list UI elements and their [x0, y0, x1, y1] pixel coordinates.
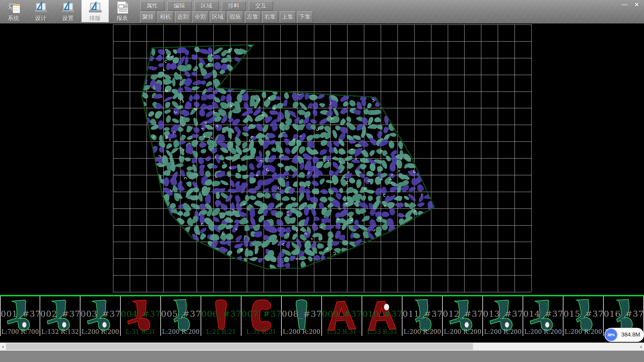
piece-thumbnail-strip: 001_#37 L:700 R:700 002_#37 L:132 R:132 …	[0, 296, 644, 337]
piece-lr-label: L:31 R:31	[241, 328, 281, 335]
piece-lr-label: L:31 R:31	[121, 328, 160, 335]
piece-thumbnail-8[interactable]: 008_#37 L:200 R:200	[282, 296, 322, 336]
piece-lr-label: L:200 R:200	[161, 328, 201, 335]
progress-size-label: 384.8M	[621, 331, 640, 338]
piece-lr-label: L:200 R:200	[564, 328, 603, 335]
big-button-label: 排版	[90, 14, 101, 22]
piece-id-label: 004_#37	[121, 309, 160, 319]
settings-ruler-icon	[60, 1, 76, 14]
bottom-status-strip	[0, 351, 644, 362]
big-button-5[interactable]: 报表	[109, 0, 136, 22]
piece-lr-label: L:200 R:200	[483, 328, 523, 335]
action-button-5[interactable]: 区域	[210, 11, 226, 23]
big-button-4[interactable]: 排版	[82, 0, 109, 22]
piece-hole	[22, 322, 26, 327]
scroll-left-button[interactable]: ‹	[0, 343, 6, 351]
action-button-7[interactable]: 左靠	[245, 11, 261, 23]
big-button-2[interactable]: 设计	[27, 0, 54, 22]
piece-id-label: 006_#37	[201, 309, 241, 319]
design-ruler-icon	[33, 1, 49, 14]
action-button-6[interactable]: 瑕疵	[227, 11, 243, 23]
piece-thumbnail-2[interactable]: 002_#37 L:132 R:132	[40, 296, 80, 336]
piece-lr-label: L:200 R:200	[80, 328, 120, 335]
piece-hole	[505, 322, 509, 327]
piece-id-label: 001_#37	[1, 309, 40, 319]
menu-tab-1[interactable]: 属性	[140, 1, 164, 11]
piece-thumbnail-5[interactable]: 005_#37 L:200 R:200	[161, 296, 201, 336]
menu-tab-2[interactable]: 编辑	[167, 1, 192, 11]
piece-lr-label: L:200 R:200	[282, 328, 321, 335]
piece-thumbnail-10[interactable]: 010_#37 L:33 R:33	[362, 296, 402, 336]
piece-id-label: 012_#37	[443, 309, 482, 319]
piece-id-label: 010_#37	[362, 309, 402, 319]
big-button-label: 报表	[117, 14, 128, 22]
scroll-right-button[interactable]: ›	[638, 343, 644, 351]
big-button-label: 设计	[35, 14, 47, 22]
minimize-button[interactable]: —	[620, 1, 629, 9]
piece-thumbnail-4[interactable]: 004_#37 L:31 R:31	[121, 296, 161, 336]
piece-thumbnail-15[interactable]: 015_#37 L:200 R:200	[564, 296, 604, 336]
download-status-badge[interactable]: 38% 384.8M	[604, 328, 644, 342]
piece-hole	[103, 322, 106, 327]
piece-id-label: 003_#37	[80, 309, 120, 319]
window-controls: — ✕	[620, 1, 641, 9]
piece-hole	[465, 322, 469, 327]
piece-thumbnail-3[interactable]: 003_#37 L:200 R:200	[80, 296, 121, 336]
big-button-label: 系统	[8, 14, 19, 22]
main-toolbar: 系统 设计 设置 排版 报表 属性编辑区域排料交互 聚排相机选割全割区域瑕疵左靠…	[0, 0, 644, 23]
action-button-1[interactable]: 聚排	[140, 11, 156, 23]
piece-lr-label: L:200 R:200	[402, 328, 442, 335]
action-button-4[interactable]: 全割	[193, 11, 208, 23]
piece-lr-label: L:200 R:200	[523, 328, 563, 335]
piece-id-label: 014_#37	[523, 309, 563, 319]
big-button-1[interactable]: 系统	[0, 0, 27, 22]
piece-id-label: 013_#37	[483, 309, 523, 319]
report-doc-icon	[115, 1, 130, 14]
piece-hole	[62, 322, 66, 327]
piece-thumbnail-9[interactable]: 009_#37 L:32 R:31	[322, 296, 362, 336]
piece-id-label: 007_#37	[241, 309, 281, 319]
piece-thumbnail-1[interactable]: 001_#37 L:700 R:700	[0, 296, 40, 336]
menu-tab-bar: 属性编辑区域排料交互	[140, 1, 273, 11]
piece-id-label: 016_#37	[604, 309, 643, 319]
action-button-10[interactable]: 下靠	[297, 11, 313, 23]
piece-thumbnail-14[interactable]: 014_#37 L:200 R:200	[523, 296, 564, 336]
action-button-3[interactable]: 选割	[175, 11, 191, 23]
progress-circle[interactable]: 38%	[605, 328, 618, 341]
piece-lr-label: L:132 R:132	[40, 328, 80, 335]
piece-lr-label: L:200 R:200	[443, 328, 482, 335]
piece-thumbnail-12[interactable]: 012_#37 L:200 R:200	[443, 296, 483, 336]
scrollbar-thumb[interactable]	[6, 343, 473, 350]
piece-id-label: 008_#37	[282, 309, 321, 319]
horizontal-scrollbar[interactable]: ‹ ›	[0, 343, 644, 351]
piece-id-label: 011_#37	[402, 309, 442, 319]
big-button-label: 设置	[62, 14, 74, 22]
piece-id-label: 015_#37	[564, 309, 603, 319]
piece-id-label: 009_#37	[322, 309, 362, 319]
action-button-9[interactable]: 上靠	[280, 11, 296, 23]
piece-id-label: 005_#37	[161, 309, 201, 319]
piece-thumbnail-6[interactable]: 006_#37 L:21 R:21	[201, 296, 241, 336]
menu-tab-3[interactable]: 区域	[195, 1, 219, 11]
piece-hole	[545, 322, 549, 327]
piece-lr-label: L:21 R:21	[201, 328, 241, 335]
piece-lr-label: L:32 R:31	[322, 328, 362, 335]
action-button-2[interactable]: 相机	[158, 11, 173, 23]
piece-id-label: 002_#37	[40, 309, 80, 319]
big-button-bar: 系统 设计 设置 排版 报表	[0, 0, 136, 22]
action-button-8[interactable]: 右靠	[262, 11, 278, 23]
action-button-bar: 聚排相机选割全割区域瑕疵左靠右靠上靠下靠	[140, 11, 313, 23]
big-button-3[interactable]: 设置	[54, 0, 82, 22]
nesting-canvas[interactable]	[0, 23, 644, 295]
piece-thumbnail-13[interactable]: 013_#37 L:200 R:200	[483, 296, 523, 336]
piece-lr-label: L:33 R:33	[362, 328, 402, 335]
piece-thumbnail-7[interactable]: 007_#37 L:31 R:31	[241, 296, 282, 336]
system-gear-icon	[6, 1, 21, 14]
close-button[interactable]: ✕	[632, 1, 641, 9]
piece-lr-label: L:700 R:700	[1, 328, 40, 335]
menu-tab-5[interactable]: 交互	[249, 1, 273, 11]
layout-ruler-icon	[88, 1, 103, 14]
piece-thumbnail-11[interactable]: 011_#37 L:200 R:200	[402, 296, 443, 336]
menu-tab-4[interactable]: 排料	[222, 1, 246, 11]
